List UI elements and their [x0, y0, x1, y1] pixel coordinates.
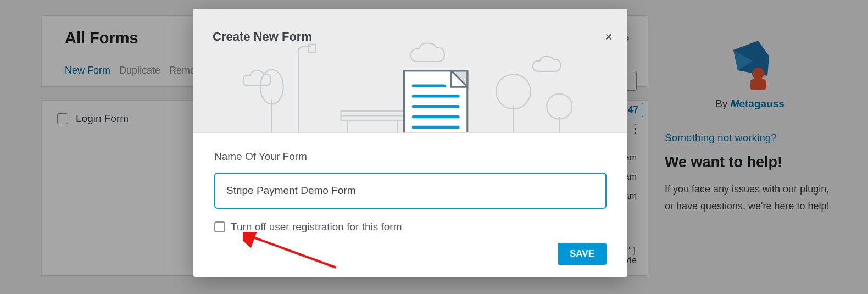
- svg-point-12: [496, 74, 531, 109]
- svg-point-14: [547, 94, 572, 119]
- checkbox-label: Turn off user registration for this form: [231, 221, 402, 233]
- modal-footer: SAVE: [193, 243, 627, 277]
- checkbox[interactable]: [214, 221, 225, 232]
- turn-off-registration-row[interactable]: Turn off user registration for this form: [214, 221, 607, 233]
- create-form-modal: Create New Form: [193, 9, 627, 277]
- svg-rect-19: [404, 71, 468, 133]
- modal-body: Name Of Your Form Turn off user registra…: [193, 133, 627, 243]
- header-illustration: [237, 36, 605, 133]
- name-field-label: Name Of Your Form: [214, 151, 607, 163]
- svg-rect-8: [309, 45, 316, 53]
- form-name-input[interactable]: [214, 173, 607, 209]
- svg-point-10: [260, 70, 283, 104]
- save-button[interactable]: SAVE: [558, 243, 607, 265]
- modal-header: Create New Form: [193, 9, 627, 133]
